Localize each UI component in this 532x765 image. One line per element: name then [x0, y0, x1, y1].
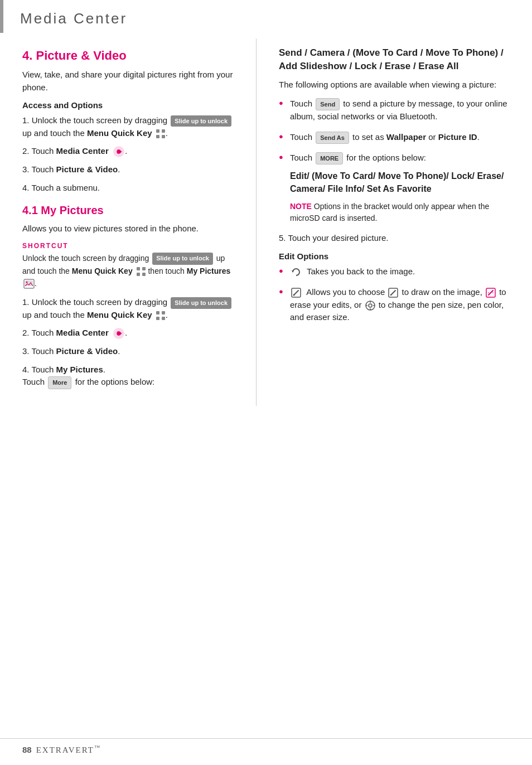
svg-line-23 [294, 290, 298, 295]
edit-bullet-undo: Takes you back to the image. [279, 265, 515, 278]
draw-icon [290, 287, 302, 299]
step-3-bold: Picture & Video [56, 164, 118, 174]
edit-bullet-list: Takes you back to the image. Allows you … [279, 265, 515, 324]
svg-rect-10 [142, 273, 146, 276]
media-center-icon-1 [113, 146, 125, 158]
footer-page: 88 [22, 745, 32, 754]
shortcut-text: Unlock the touch screen by dragging Slid… [22, 252, 239, 290]
page-container: Media Center 4. Picture & Video View, ta… [0, 0, 532, 765]
pictureid-bold: Picture ID [438, 132, 477, 142]
svg-rect-3 [162, 135, 165, 138]
slide-unlock-btn-1: Slide up to unlock [171, 115, 231, 127]
svg-rect-9 [137, 273, 140, 276]
note-text: Options in the bracket would only appear… [290, 202, 489, 222]
grid-icon-shortcut [136, 267, 146, 277]
bullet-more: Touch MORE for the options below: Edit/ … [279, 152, 515, 224]
svg-rect-17 [162, 317, 165, 320]
section-heading: 4. Picture & Video [22, 49, 239, 63]
mp-step-2-bold: Media Center [56, 328, 109, 337]
step-2: 2. Touch Media Center . [22, 145, 239, 158]
footer-tm: ™ [94, 744, 101, 751]
mypictures-icon-shortcut [23, 278, 35, 289]
mp-step-1-bold: Menu Quick Key [87, 310, 152, 319]
mp-step-3-bold: Picture & Video [56, 346, 118, 356]
grid-icon-1 [156, 129, 166, 139]
shortcut-my-pictures: My Pictures [187, 267, 231, 275]
svg-rect-0 [156, 129, 159, 133]
mp-step-2: 2. Touch Media Center . [22, 327, 239, 340]
footer-brand-name: Extravert [36, 745, 94, 754]
svg-rect-8 [142, 267, 146, 270]
step-2-bold: Media Center [56, 146, 109, 156]
right-top-heading: Send / Camera / (Move To Card / Move To … [279, 46, 515, 73]
slide-unlock-btn-2: Slide up to unlock [171, 297, 231, 309]
settings-inline-icon [365, 301, 375, 311]
svg-line-26 [391, 290, 395, 295]
step-2-num: 2. Touch Media Center . [22, 146, 127, 156]
sendas-btn[interactable]: Send As [316, 132, 349, 144]
footer-brand: Extravert™ [36, 744, 101, 755]
bullet-sendas: Touch Send As to set as Wallpaper or Pic… [279, 131, 515, 144]
step-1-num: 1. [22, 115, 32, 125]
step5-text: 5. Touch your desired picture. [279, 232, 515, 245]
more-btn[interactable]: More [48, 376, 71, 389]
svg-rect-16 [156, 317, 159, 320]
step-1: 1. Unlock the touch screen by dragging S… [22, 114, 239, 139]
header-bar: Media Center [0, 0, 532, 33]
step-4: 4. Touch a submenu. [22, 182, 239, 195]
wallpaper-bold: Wallpaper [386, 132, 426, 142]
mp-step-4-text: 4. Touch My Pictures. Touch More for the… [22, 365, 154, 387]
svg-point-24 [293, 294, 295, 296]
mp-step-4-bold: My Pictures [56, 365, 103, 374]
svg-point-32 [369, 304, 372, 307]
svg-rect-7 [137, 267, 140, 270]
steps-mypictures-list: 1. Unlock the touch screen by dragging S… [22, 296, 239, 389]
svg-rect-2 [156, 135, 159, 138]
mp-step-1: 1. Unlock the touch screen by dragging S… [22, 296, 239, 321]
svg-point-13 [26, 282, 28, 283]
shortcut-label: SHORTCUT [22, 242, 239, 250]
mp-step-2-text: 2. Touch Media Center . [22, 328, 127, 337]
access-options-heading: Access and Options [22, 100, 239, 110]
step-3: 3. Touch Picture & Video. [22, 163, 239, 176]
mp-step-3-text: 3. Touch Picture & Video. [22, 346, 120, 356]
grid-icon-mp1 [156, 311, 166, 321]
draw-inline-icon [388, 288, 398, 298]
sub-options-text: Edit/ (Move To Card/ Move To Phone)/ Loc… [290, 170, 515, 195]
mp-step-3: 3. Touch Picture & Video. [22, 345, 239, 358]
right-top-desc: The following options are available when… [279, 79, 515, 91]
svg-rect-14 [156, 311, 159, 314]
edit-options-heading: Edit Options [279, 251, 515, 261]
section-desc: View, take, and share your digital pictu… [22, 69, 239, 94]
step-3-text: 3. Touch Picture & Video. [22, 164, 120, 174]
mp-step-1-text: 1. Unlock the touch screen by dragging S… [22, 297, 233, 319]
mp-step-4: 4. Touch My Pictures. Touch More for the… [22, 364, 239, 389]
erase-inline-icon [486, 288, 496, 298]
shortcut-box: SHORTCUT Unlock the touch screen by drag… [22, 242, 239, 290]
right-col: Send / Camera / (Move To Card / Move To … [257, 38, 532, 343]
step-4-text: 4. Touch a submenu. [22, 183, 100, 192]
left-col: 4. Picture & Video View, take, and share… [0, 38, 257, 406]
svg-rect-15 [162, 311, 165, 314]
sub-section-desc: Allows you to view pictures stored in th… [22, 222, 239, 235]
media-center-icon-2 [113, 327, 125, 340]
note-box: NOTE Options in the bracket would only a… [290, 201, 515, 224]
svg-marker-21 [292, 270, 294, 273]
two-col-layout: 4. Picture & Video View, take, and share… [0, 38, 532, 406]
right-bullet-list: Touch Send to send a picture by message,… [279, 98, 515, 224]
svg-point-27 [390, 294, 391, 296]
sub-section-heading: 4.1 My Pictures [22, 204, 239, 217]
step-1-text: Unlock the touch screen by dragging Slid… [22, 115, 233, 138]
send-btn[interactable]: Send [316, 98, 340, 111]
header-title: Media Center [20, 10, 127, 27]
more-btn-right[interactable]: MORE [316, 152, 343, 165]
step-1-bold: Menu Quick Key [87, 128, 152, 138]
footer: 88 Extravert™ [0, 738, 532, 755]
note-label: NOTE [290, 202, 312, 211]
steps-main-list: 1. Unlock the touch screen by dragging S… [22, 114, 239, 194]
undo-icon [290, 266, 302, 278]
svg-rect-1 [162, 129, 165, 133]
shortcut-menu-key: Menu Quick Key [72, 267, 133, 275]
bullet-send: Touch Send to send a picture by message,… [279, 98, 515, 123]
edit-bullet-draw: Allows you to choose to draw on the imag… [279, 286, 515, 324]
